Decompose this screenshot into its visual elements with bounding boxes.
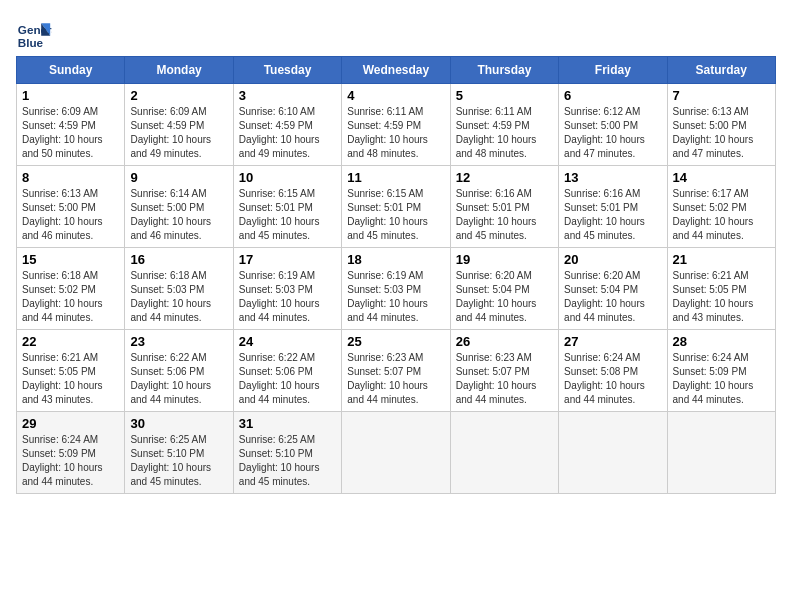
calendar-cell: 17 Sunrise: 6:19 AMSunset: 5:03 PMDaylig… bbox=[233, 248, 341, 330]
day-info: Sunrise: 6:12 AMSunset: 5:00 PMDaylight:… bbox=[564, 106, 645, 159]
page-header: General Blue bbox=[16, 16, 776, 52]
day-number: 21 bbox=[673, 252, 770, 267]
day-number: 10 bbox=[239, 170, 336, 185]
calendar-cell: 16 Sunrise: 6:18 AMSunset: 5:03 PMDaylig… bbox=[125, 248, 233, 330]
day-info: Sunrise: 6:20 AMSunset: 5:04 PMDaylight:… bbox=[456, 270, 537, 323]
calendar-cell: 24 Sunrise: 6:22 AMSunset: 5:06 PMDaylig… bbox=[233, 330, 341, 412]
calendar-cell: 23 Sunrise: 6:22 AMSunset: 5:06 PMDaylig… bbox=[125, 330, 233, 412]
calendar-cell: 6 Sunrise: 6:12 AMSunset: 5:00 PMDayligh… bbox=[559, 84, 667, 166]
day-info: Sunrise: 6:18 AMSunset: 5:03 PMDaylight:… bbox=[130, 270, 211, 323]
day-info: Sunrise: 6:11 AMSunset: 4:59 PMDaylight:… bbox=[347, 106, 428, 159]
calendar-cell bbox=[450, 412, 558, 494]
day-number: 26 bbox=[456, 334, 553, 349]
day-info: Sunrise: 6:16 AMSunset: 5:01 PMDaylight:… bbox=[564, 188, 645, 241]
day-info: Sunrise: 6:11 AMSunset: 4:59 PMDaylight:… bbox=[456, 106, 537, 159]
day-info: Sunrise: 6:22 AMSunset: 5:06 PMDaylight:… bbox=[130, 352, 211, 405]
col-header-tuesday: Tuesday bbox=[233, 57, 341, 84]
calendar-cell: 9 Sunrise: 6:14 AMSunset: 5:00 PMDayligh… bbox=[125, 166, 233, 248]
calendar-cell bbox=[342, 412, 450, 494]
day-info: Sunrise: 6:20 AMSunset: 5:04 PMDaylight:… bbox=[564, 270, 645, 323]
day-info: Sunrise: 6:13 AMSunset: 5:00 PMDaylight:… bbox=[22, 188, 103, 241]
col-header-friday: Friday bbox=[559, 57, 667, 84]
calendar-cell: 15 Sunrise: 6:18 AMSunset: 5:02 PMDaylig… bbox=[17, 248, 125, 330]
calendar-cell: 30 Sunrise: 6:25 AMSunset: 5:10 PMDaylig… bbox=[125, 412, 233, 494]
day-number: 6 bbox=[564, 88, 661, 103]
day-number: 8 bbox=[22, 170, 119, 185]
calendar-cell bbox=[667, 412, 775, 494]
day-info: Sunrise: 6:24 AMSunset: 5:09 PMDaylight:… bbox=[673, 352, 754, 405]
calendar-cell: 4 Sunrise: 6:11 AMSunset: 4:59 PMDayligh… bbox=[342, 84, 450, 166]
day-number: 3 bbox=[239, 88, 336, 103]
calendar-cell: 25 Sunrise: 6:23 AMSunset: 5:07 PMDaylig… bbox=[342, 330, 450, 412]
calendar-cell: 1 Sunrise: 6:09 AMSunset: 4:59 PMDayligh… bbox=[17, 84, 125, 166]
day-number: 9 bbox=[130, 170, 227, 185]
day-info: Sunrise: 6:23 AMSunset: 5:07 PMDaylight:… bbox=[456, 352, 537, 405]
calendar-cell: 11 Sunrise: 6:15 AMSunset: 5:01 PMDaylig… bbox=[342, 166, 450, 248]
day-number: 15 bbox=[22, 252, 119, 267]
calendar-cell: 10 Sunrise: 6:15 AMSunset: 5:01 PMDaylig… bbox=[233, 166, 341, 248]
day-number: 29 bbox=[22, 416, 119, 431]
day-number: 4 bbox=[347, 88, 444, 103]
col-header-saturday: Saturday bbox=[667, 57, 775, 84]
day-info: Sunrise: 6:14 AMSunset: 5:00 PMDaylight:… bbox=[130, 188, 211, 241]
day-info: Sunrise: 6:18 AMSunset: 5:02 PMDaylight:… bbox=[22, 270, 103, 323]
day-number: 22 bbox=[22, 334, 119, 349]
calendar-cell: 12 Sunrise: 6:16 AMSunset: 5:01 PMDaylig… bbox=[450, 166, 558, 248]
calendar-cell: 31 Sunrise: 6:25 AMSunset: 5:10 PMDaylig… bbox=[233, 412, 341, 494]
day-number: 27 bbox=[564, 334, 661, 349]
day-number: 19 bbox=[456, 252, 553, 267]
day-number: 20 bbox=[564, 252, 661, 267]
day-number: 12 bbox=[456, 170, 553, 185]
day-info: Sunrise: 6:10 AMSunset: 4:59 PMDaylight:… bbox=[239, 106, 320, 159]
calendar-cell: 18 Sunrise: 6:19 AMSunset: 5:03 PMDaylig… bbox=[342, 248, 450, 330]
day-number: 24 bbox=[239, 334, 336, 349]
calendar-cell: 19 Sunrise: 6:20 AMSunset: 5:04 PMDaylig… bbox=[450, 248, 558, 330]
day-number: 1 bbox=[22, 88, 119, 103]
calendar-cell: 27 Sunrise: 6:24 AMSunset: 5:08 PMDaylig… bbox=[559, 330, 667, 412]
calendar-cell: 26 Sunrise: 6:23 AMSunset: 5:07 PMDaylig… bbox=[450, 330, 558, 412]
day-number: 5 bbox=[456, 88, 553, 103]
calendar-cell: 14 Sunrise: 6:17 AMSunset: 5:02 PMDaylig… bbox=[667, 166, 775, 248]
day-number: 30 bbox=[130, 416, 227, 431]
col-header-sunday: Sunday bbox=[17, 57, 125, 84]
day-number: 2 bbox=[130, 88, 227, 103]
day-number: 11 bbox=[347, 170, 444, 185]
day-number: 18 bbox=[347, 252, 444, 267]
day-number: 16 bbox=[130, 252, 227, 267]
day-info: Sunrise: 6:15 AMSunset: 5:01 PMDaylight:… bbox=[239, 188, 320, 241]
day-info: Sunrise: 6:19 AMSunset: 5:03 PMDaylight:… bbox=[239, 270, 320, 323]
day-number: 31 bbox=[239, 416, 336, 431]
day-info: Sunrise: 6:24 AMSunset: 5:09 PMDaylight:… bbox=[22, 434, 103, 487]
day-info: Sunrise: 6:25 AMSunset: 5:10 PMDaylight:… bbox=[239, 434, 320, 487]
day-info: Sunrise: 6:15 AMSunset: 5:01 PMDaylight:… bbox=[347, 188, 428, 241]
logo: General Blue bbox=[16, 16, 52, 52]
day-info: Sunrise: 6:17 AMSunset: 5:02 PMDaylight:… bbox=[673, 188, 754, 241]
day-info: Sunrise: 6:09 AMSunset: 4:59 PMDaylight:… bbox=[130, 106, 211, 159]
calendar-cell: 21 Sunrise: 6:21 AMSunset: 5:05 PMDaylig… bbox=[667, 248, 775, 330]
day-number: 17 bbox=[239, 252, 336, 267]
calendar-cell bbox=[559, 412, 667, 494]
day-info: Sunrise: 6:24 AMSunset: 5:08 PMDaylight:… bbox=[564, 352, 645, 405]
calendar-cell: 7 Sunrise: 6:13 AMSunset: 5:00 PMDayligh… bbox=[667, 84, 775, 166]
calendar-cell: 3 Sunrise: 6:10 AMSunset: 4:59 PMDayligh… bbox=[233, 84, 341, 166]
calendar-cell: 28 Sunrise: 6:24 AMSunset: 5:09 PMDaylig… bbox=[667, 330, 775, 412]
calendar-cell: 22 Sunrise: 6:21 AMSunset: 5:05 PMDaylig… bbox=[17, 330, 125, 412]
col-header-thursday: Thursday bbox=[450, 57, 558, 84]
day-info: Sunrise: 6:25 AMSunset: 5:10 PMDaylight:… bbox=[130, 434, 211, 487]
day-number: 25 bbox=[347, 334, 444, 349]
calendar-cell: 20 Sunrise: 6:20 AMSunset: 5:04 PMDaylig… bbox=[559, 248, 667, 330]
day-info: Sunrise: 6:21 AMSunset: 5:05 PMDaylight:… bbox=[22, 352, 103, 405]
calendar-cell: 2 Sunrise: 6:09 AMSunset: 4:59 PMDayligh… bbox=[125, 84, 233, 166]
calendar-cell: 13 Sunrise: 6:16 AMSunset: 5:01 PMDaylig… bbox=[559, 166, 667, 248]
calendar-cell: 5 Sunrise: 6:11 AMSunset: 4:59 PMDayligh… bbox=[450, 84, 558, 166]
day-number: 13 bbox=[564, 170, 661, 185]
day-number: 28 bbox=[673, 334, 770, 349]
calendar-cell: 29 Sunrise: 6:24 AMSunset: 5:09 PMDaylig… bbox=[17, 412, 125, 494]
day-info: Sunrise: 6:22 AMSunset: 5:06 PMDaylight:… bbox=[239, 352, 320, 405]
day-info: Sunrise: 6:19 AMSunset: 5:03 PMDaylight:… bbox=[347, 270, 428, 323]
day-number: 7 bbox=[673, 88, 770, 103]
calendar-cell: 8 Sunrise: 6:13 AMSunset: 5:00 PMDayligh… bbox=[17, 166, 125, 248]
svg-text:Blue: Blue bbox=[18, 36, 44, 49]
day-info: Sunrise: 6:16 AMSunset: 5:01 PMDaylight:… bbox=[456, 188, 537, 241]
day-info: Sunrise: 6:21 AMSunset: 5:05 PMDaylight:… bbox=[673, 270, 754, 323]
